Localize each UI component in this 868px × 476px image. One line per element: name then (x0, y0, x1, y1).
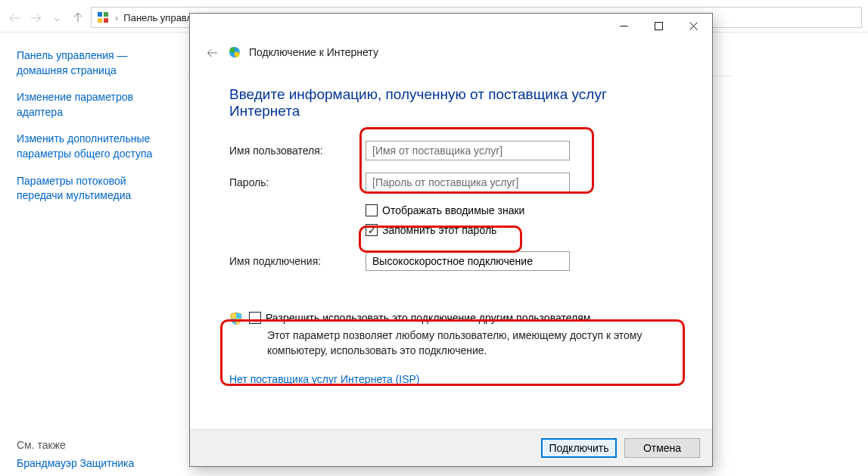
minimize-button[interactable] (606, 14, 641, 37)
network-globe-icon (228, 45, 241, 59)
label-allow-others: Разрешить использовать это подключение д… (266, 312, 590, 324)
dialog-heading: Введите информацию, полученную от постав… (229, 86, 673, 120)
conn-name-input[interactable] (366, 251, 570, 271)
row-password: Пароль: (229, 173, 673, 192)
nav-up-icon[interactable]: 🡡 (70, 9, 86, 26)
see-also-header: См. также (17, 439, 66, 451)
allow-others-desc: Этот параметр позволяет любому пользоват… (267, 328, 668, 358)
svg-rect-0 (98, 12, 102, 17)
svg-rect-1 (104, 12, 108, 17)
chevron-right-icon: › (115, 12, 118, 23)
svg-point-10 (235, 52, 240, 58)
connect-dialog: 🡠 Подключение к Интернету Введите информ… (189, 13, 713, 467)
titlebar (190, 14, 712, 38)
dialog-body: Введите информацию, полученную от постав… (190, 71, 712, 385)
checkbox-show-chars[interactable] (366, 204, 378, 216)
control-panel-icon (96, 11, 110, 24)
row-show-chars: Отображать вводимые знаки (366, 204, 673, 216)
dialog-footer: Подключить Отмена (190, 429, 712, 466)
close-button[interactable] (676, 14, 711, 37)
row-remember: Запомнить этот пароль (366, 224, 673, 236)
label-password: Пароль: (229, 176, 366, 188)
allow-others-block: Разрешить использовать это подключение д… (229, 312, 673, 358)
username-input[interactable] (366, 141, 570, 160)
no-isp-link[interactable]: Нет поставщика услуг Интернета (ISP) (229, 373, 420, 385)
connect-button[interactable]: Подключить (541, 438, 617, 458)
svg-rect-5 (655, 22, 662, 30)
sidebar-item-adapter[interactable]: Изменение параметров адаптера (17, 90, 170, 120)
shield-icon (229, 312, 243, 325)
dialog-header: 🡠 Подключение к Интернету (190, 38, 712, 71)
sidebar-item-streaming[interactable]: Параметры потоковой передачи мультимедиа (17, 174, 170, 204)
sidebar-item-sharing[interactable]: Изменить дополнительные параметры общего… (17, 132, 170, 161)
svg-rect-3 (104, 18, 108, 23)
label-conn-name: Имя подключения: (229, 255, 366, 267)
svg-rect-2 (98, 18, 102, 23)
sidebar: Панель управления — домашняя страница Из… (0, 39, 182, 216)
checkbox-remember[interactable] (366, 224, 378, 236)
header-back-button[interactable]: 🡠 (204, 44, 220, 61)
cancel-button[interactable]: Отмена (624, 438, 700, 458)
maximize-button[interactable] (641, 14, 676, 37)
label-username: Имя пользователя: (229, 145, 366, 157)
svg-point-9 (230, 48, 235, 53)
nav-back-icon[interactable]: 🡠 (6, 9, 23, 26)
nav-dropdown-icon[interactable]: ⌄ (48, 9, 65, 26)
label-show-chars: Отображать вводимые знаки (382, 204, 524, 216)
checkbox-allow-others[interactable] (249, 312, 261, 324)
dialog-title: Подключение к Интернету (249, 46, 378, 58)
sidebar-item-home[interactable]: Панель управления — домашняя страница (17, 48, 170, 78)
see-also-link[interactable]: Брандмауэр Защитника (17, 457, 134, 469)
row-username: Имя пользователя: (229, 141, 673, 160)
nav-forward-icon: 🡢 (27, 9, 44, 26)
row-conn-name: Имя подключения: (229, 251, 673, 271)
password-input[interactable] (366, 173, 570, 192)
label-remember: Запомнить этот пароль (382, 224, 496, 236)
